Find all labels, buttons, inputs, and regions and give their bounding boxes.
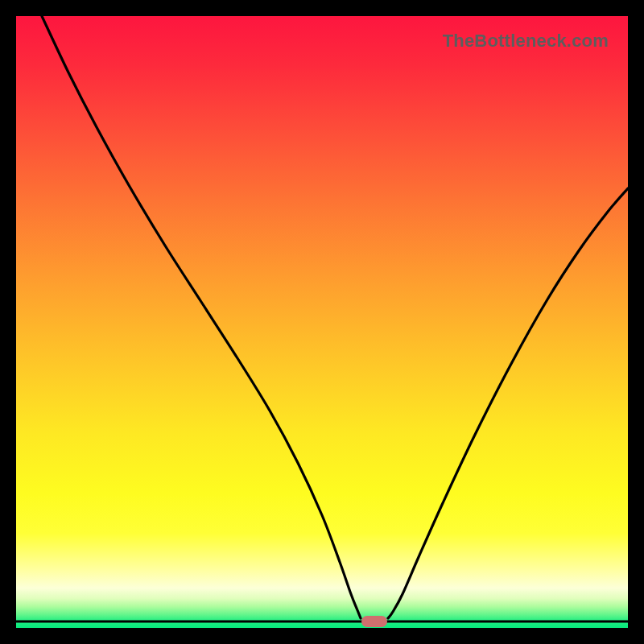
curve-left (42, 16, 361, 618)
plot-area: TheBottleneck.com (16, 16, 628, 628)
curve-right (388, 188, 628, 618)
curve-layer (16, 16, 628, 628)
chart-frame: TheBottleneck.com (0, 0, 644, 644)
minimum-marker (361, 616, 387, 627)
